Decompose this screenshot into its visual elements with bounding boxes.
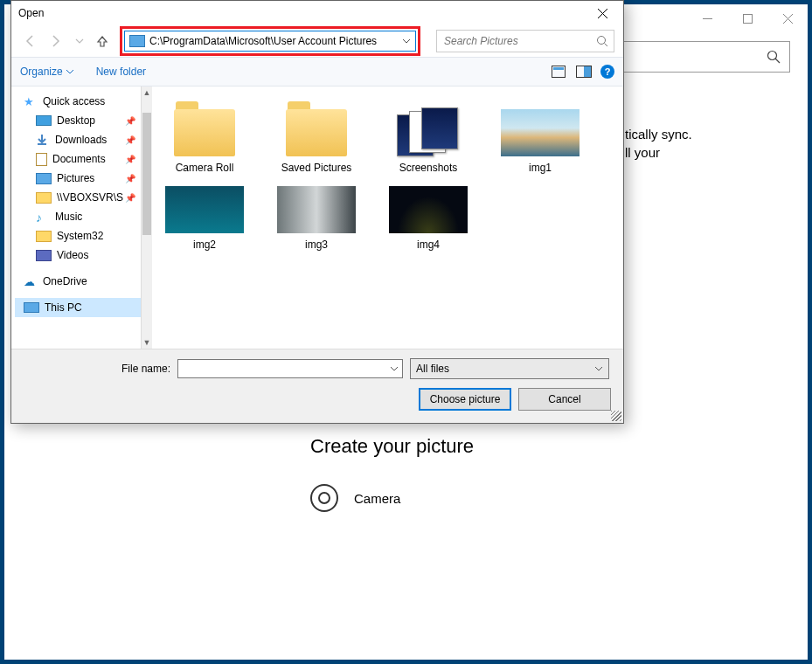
scroll-up-icon[interactable]: ▲ bbox=[143, 86, 151, 99]
pin-icon: 📌 bbox=[125, 174, 135, 183]
help-button[interactable]: ? bbox=[600, 65, 614, 79]
dialog-bottom: File name: All files Choose picture Canc… bbox=[11, 349, 623, 423]
file-label: Camera Roll bbox=[161, 162, 248, 174]
svg-point-8 bbox=[598, 37, 606, 45]
image-thumbnail bbox=[389, 186, 468, 233]
sidebar-quick-access[interactable]: ★Quick access bbox=[15, 92, 141, 111]
location-icon bbox=[129, 35, 145, 47]
filename-label: File name: bbox=[121, 363, 170, 375]
svg-line-5 bbox=[775, 59, 780, 63]
file-item-img1[interactable]: img1 bbox=[496, 100, 584, 174]
dialog-sidebar: ★Quick access Desktop📌 Downloads📌 Docume… bbox=[11, 86, 141, 349]
sidebar-label: Desktop bbox=[57, 114, 95, 127]
star-icon: ★ bbox=[24, 95, 38, 107]
nav-recent-dropdown[interactable] bbox=[69, 31, 90, 52]
pin-icon: 📌 bbox=[125, 193, 135, 203]
nav-back-button[interactable] bbox=[20, 31, 41, 52]
resize-grip[interactable] bbox=[611, 411, 621, 421]
file-label: Screenshots bbox=[385, 162, 472, 174]
sidebar-label: \\VBOXSVR\S bbox=[57, 191, 123, 204]
sidebar-vbox[interactable]: \\VBOXSVR\S📌 bbox=[15, 188, 141, 207]
address-bar[interactable] bbox=[124, 31, 416, 52]
image-thumbnail bbox=[501, 109, 580, 156]
choose-picture-button[interactable]: Choose picture bbox=[419, 388, 511, 411]
nav-forward-button[interactable] bbox=[45, 31, 66, 52]
filter-label: All files bbox=[416, 363, 449, 375]
svg-rect-11 bbox=[553, 67, 564, 70]
dialog-titlebar[interactable]: Open bbox=[11, 1, 623, 25]
dialog-title: Open bbox=[18, 7, 44, 19]
sidebar-onedrive[interactable]: ☁OneDrive bbox=[15, 272, 141, 291]
preview-pane-button[interactable] bbox=[576, 66, 592, 78]
sidebar-label: OneDrive bbox=[43, 275, 87, 287]
maximize-button[interactable] bbox=[727, 4, 767, 32]
file-listing[interactable]: Camera Roll Saved Pictures Screenshots i… bbox=[152, 86, 623, 349]
filename-input[interactable] bbox=[177, 359, 403, 378]
cloud-icon: ☁ bbox=[24, 275, 38, 287]
camera-label: Camera bbox=[354, 491, 400, 506]
sidebar-videos[interactable]: Videos bbox=[15, 246, 141, 265]
organize-label: Organize bbox=[20, 66, 63, 78]
open-file-dialog: Open Organize New folder bbox=[10, 0, 624, 424]
dialog-search-input[interactable] bbox=[442, 34, 577, 48]
pictures-icon bbox=[36, 173, 52, 184]
downloads-icon bbox=[36, 134, 50, 146]
view-mode-button[interactable] bbox=[552, 66, 567, 78]
new-folder-button[interactable]: New folder bbox=[96, 66, 146, 78]
dialog-toolbar: Organize New folder ? bbox=[11, 57, 623, 86]
svg-line-9 bbox=[605, 44, 608, 47]
organize-menu[interactable]: Organize bbox=[20, 66, 73, 78]
address-dropdown-button[interactable] bbox=[398, 37, 415, 45]
svg-rect-13 bbox=[584, 66, 591, 77]
desktop-icon bbox=[36, 115, 52, 126]
sidebar-label: Quick access bbox=[43, 95, 105, 107]
folder-icon bbox=[36, 231, 52, 242]
dialog-search-box[interactable] bbox=[436, 30, 614, 52]
sidebar-label: Music bbox=[55, 211, 82, 223]
close-button[interactable] bbox=[767, 4, 808, 32]
sidebar-label: Videos bbox=[57, 249, 88, 261]
minimize-button[interactable] bbox=[687, 4, 727, 32]
sidebar-documents[interactable]: Documents📌 bbox=[15, 149, 141, 169]
file-label: img1 bbox=[496, 162, 584, 174]
sidebar-pictures[interactable]: Pictures📌 bbox=[15, 169, 141, 188]
sidebar-this-pc[interactable]: This PC bbox=[15, 298, 141, 317]
address-input[interactable] bbox=[149, 35, 398, 47]
folder-icon bbox=[174, 109, 235, 156]
dialog-nav-row bbox=[11, 25, 623, 57]
cancel-button[interactable]: Cancel bbox=[518, 388, 611, 411]
sidebar-downloads[interactable]: Downloads📌 bbox=[15, 130, 141, 149]
file-item-img3[interactable]: img3 bbox=[273, 177, 360, 251]
scroll-down-icon[interactable]: ▼ bbox=[143, 336, 151, 349]
dialog-close-button[interactable] bbox=[585, 3, 620, 24]
sidebar-scrollbar[interactable]: ▲ ▼ bbox=[141, 86, 152, 349]
nav-up-button[interactable] bbox=[94, 31, 111, 52]
pc-icon bbox=[24, 302, 39, 313]
settings-text-line: ll your bbox=[625, 145, 790, 160]
create-picture-heading: Create your picture bbox=[310, 435, 790, 458]
chevron-down-icon bbox=[594, 364, 603, 373]
search-icon bbox=[596, 35, 608, 47]
file-item-screenshots[interactable]: Screenshots bbox=[385, 100, 472, 174]
file-item-saved-pictures[interactable]: Saved Pictures bbox=[273, 100, 360, 174]
file-label: img2 bbox=[161, 239, 248, 251]
dialog-main: ★Quick access Desktop📌 Downloads📌 Docume… bbox=[11, 86, 623, 349]
videos-icon bbox=[36, 250, 52, 261]
camera-option[interactable]: Camera bbox=[310, 484, 790, 512]
sidebar-label: System32 bbox=[57, 230, 103, 242]
filename-dropdown[interactable] bbox=[386, 360, 402, 377]
sidebar-desktop[interactable]: Desktop📌 bbox=[15, 111, 141, 130]
file-label: Saved Pictures bbox=[273, 162, 360, 174]
file-item-camera-roll[interactable]: Camera Roll bbox=[161, 100, 248, 174]
pin-icon: 📌 bbox=[125, 116, 135, 126]
image-thumbnail bbox=[165, 186, 244, 233]
music-icon: ♪ bbox=[36, 211, 50, 223]
file-type-filter[interactable]: All files bbox=[410, 358, 609, 379]
file-item-img2[interactable]: img2 bbox=[161, 177, 248, 251]
folder-icon bbox=[397, 107, 460, 156]
file-item-img4[interactable]: img4 bbox=[385, 177, 472, 251]
settings-text-line: tically sync. bbox=[625, 127, 790, 142]
sidebar-system32[interactable]: System32 bbox=[15, 226, 141, 246]
sidebar-music[interactable]: ♪Music bbox=[15, 207, 141, 226]
scrollbar-thumb[interactable] bbox=[142, 113, 151, 235]
